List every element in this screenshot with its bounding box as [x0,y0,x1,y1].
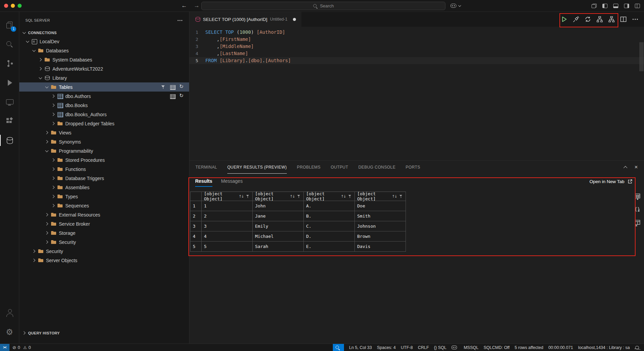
more-actions-icon[interactable] [632,16,639,23]
modified-indicator[interactable] [293,18,296,21]
tree-chevron-icon[interactable] [44,239,50,245]
zoom-window-button[interactable] [18,4,22,8]
table-cell[interactable]: John [253,201,304,211]
tree-chevron-icon[interactable] [44,212,50,218]
table-cell[interactable]: 4 [202,231,253,242]
connect-icon[interactable] [573,16,579,23]
table-row[interactable]: 4 4 Michael D. Brown [190,231,406,242]
table-grid-icon[interactable] [170,94,175,99]
table-grid-icon[interactable] [170,84,175,90]
connection-info[interactable]: localhost,1434 : Library : sa [578,344,630,351]
table-cell[interactable]: Brown [355,231,406,242]
toggle-panel-icon[interactable] [613,4,618,8]
tree-item[interactable]: LocalDev [19,37,189,46]
tree-item[interactable]: Stored Procedures [19,155,189,165]
table-row[interactable]: 3 3 Emily C. Johnson [190,221,406,231]
tree-chevron-icon[interactable] [44,148,50,154]
forward-arrow-icon[interactable]: → [194,2,200,9]
tree-chevron-icon[interactable] [31,257,37,264]
results-tab[interactable]: Results [195,178,212,187]
filter-icon[interactable] [348,194,352,198]
row-number-cell[interactable]: 4 [190,231,202,242]
table-cell[interactable]: 2 [202,211,253,221]
activity-remote-explorer[interactable] [0,92,19,111]
panel-tab[interactable]: DEBUG CONSOLE [358,161,395,174]
maximize-panel-icon[interactable] [623,165,628,170]
encoding[interactable]: UTF-8 [401,344,413,351]
save-as-json-icon[interactable]: {} [634,206,641,213]
tree-item[interactable]: Databases [19,46,189,55]
tree-item[interactable]: dbo.Books [19,101,189,110]
table-cell[interactable]: E. [304,242,355,252]
multi-window-icon[interactable] [592,4,597,8]
sort-icon[interactable] [392,194,397,199]
tree-chevron-icon[interactable] [31,48,37,54]
column-header[interactable]: [object Object] [253,192,304,201]
zoom-status[interactable] [333,344,344,351]
eol[interactable]: CRLF [418,344,429,351]
results-tab[interactable]: Messages [221,178,243,187]
query-duration[interactable]: 00:00:00.071 [548,344,573,351]
column-header[interactable]: [object Object] [202,192,253,201]
tree-chevron-icon[interactable] [44,230,50,236]
row-number-cell[interactable]: 1 [190,201,202,211]
tree-chevron-icon[interactable] [44,84,50,90]
tree-chevron-icon[interactable] [50,194,56,200]
indentation[interactable]: Spaces: 4 [377,344,396,351]
tree-chevron-icon[interactable] [44,221,50,227]
column-header[interactable]: [object Object] [355,192,406,201]
table-cell[interactable]: Sarah [253,242,304,252]
toggle-secondary-sidebar-icon[interactable] [624,4,629,8]
tree-item[interactable]: Sequences [19,201,189,210]
actual-plan-icon[interactable] [608,16,615,23]
table-cell[interactable]: D. [304,231,355,242]
filter-icon[interactable] [399,194,403,198]
sort-icon[interactable] [239,194,244,199]
mssql-status[interactable]: MSSQL [464,344,479,351]
split-editor-icon[interactable] [620,16,627,23]
table-row[interactable]: 1 1 John A. Doe [190,201,406,211]
tree-item[interactable]: Programmability [19,146,189,155]
tree-chevron-icon[interactable] [50,102,56,108]
tree-chevron-icon[interactable] [50,93,56,99]
activity-manage[interactable] [0,322,19,342]
rows-affected[interactable]: 5 rows affected [515,344,544,351]
warnings-count[interactable]: 0 [23,344,31,351]
language-mode[interactable]: {} SQL [434,344,446,351]
activity-explorer[interactable]: 1 [0,15,19,34]
table-cell[interactable]: A. [304,201,355,211]
tree-item[interactable]: AdventureWorksLT2022 [19,64,189,73]
sort-icon[interactable] [290,194,295,199]
filter-icon[interactable] [297,194,301,198]
copilot-status[interactable] [452,344,459,351]
tree-item[interactable]: Views [19,128,189,137]
tree-item[interactable]: System Databases [19,55,189,64]
tree-item[interactable]: Synonyms [19,137,189,146]
cursor-position[interactable]: Ln 5, Col 33 [349,344,372,351]
tree-item[interactable]: Security [19,237,189,247]
tree-chevron-icon[interactable] [44,139,50,145]
table-row[interactable]: 2 2 Jane B. Smith [190,211,406,221]
table-cell[interactable]: Johnson [355,221,406,231]
sqlcmd-status[interactable]: SQLCMD: Off [484,344,510,351]
activity-search[interactable] [0,34,19,54]
table-cell[interactable]: Smith [355,211,406,221]
table-cell[interactable]: Davis [355,242,406,252]
save-as-csv-icon[interactable] [634,193,641,200]
table-cell[interactable]: 5 [202,242,253,252]
tree-chevron-icon[interactable] [50,203,56,209]
row-number-cell[interactable]: 5 [190,242,202,252]
tree-chevron-icon[interactable] [25,39,31,45]
code-editor[interactable]: 1 SELECT TOP (1000) [AuthorID] 2 ,[First… [189,27,644,160]
activity-source-control[interactable] [0,54,19,73]
table-cell[interactable]: C. [304,221,355,231]
tree-chevron-icon[interactable] [38,66,44,72]
row-number-cell[interactable]: 2 [190,211,202,221]
tree-chevron-icon[interactable] [50,184,56,191]
tree-item[interactable]: dbo.Authors [19,92,189,101]
change-connection-icon[interactable] [584,16,591,23]
tree-chevron-icon[interactable] [50,157,56,163]
tree-item[interactable]: Dropped Ledger Tables [19,119,189,128]
command-center-search[interactable]: Search [201,2,445,10]
tree-chevron-icon[interactable] [50,121,56,127]
